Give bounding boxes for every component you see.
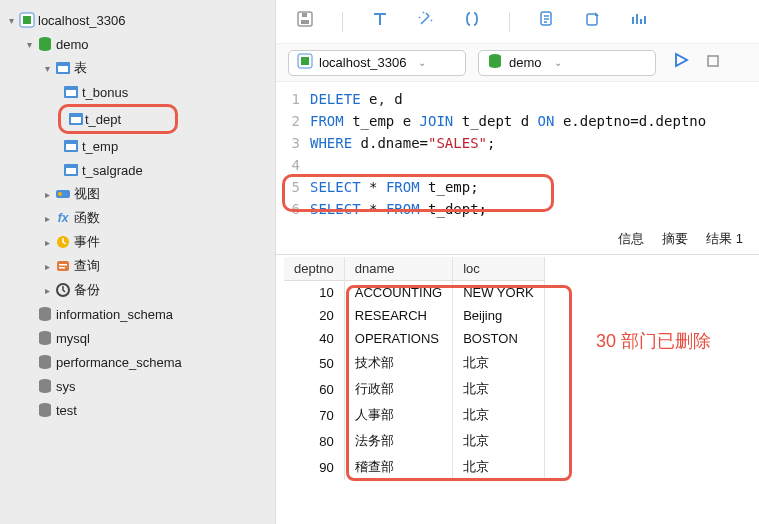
- functions-folder[interactable]: ▸ fx 函数: [0, 206, 275, 230]
- table-cell[interactable]: 北京: [453, 350, 545, 376]
- run-button[interactable]: [672, 51, 690, 74]
- table-cell[interactable]: 20: [284, 304, 344, 327]
- database-node[interactable]: mysql: [0, 326, 275, 350]
- svg-rect-47: [708, 56, 718, 66]
- beautify-icon[interactable]: [417, 10, 435, 33]
- code-line[interactable]: 5SELECT * FROM t_emp;: [276, 176, 759, 198]
- table-cell[interactable]: 40: [284, 327, 344, 350]
- table-row[interactable]: 70人事部北京: [284, 402, 544, 428]
- table-cell[interactable]: 60: [284, 376, 344, 402]
- table-cell[interactable]: 北京: [453, 376, 545, 402]
- table-row[interactable]: 20RESEARCHBeijing: [284, 304, 544, 327]
- code-text: SELECT * FROM t_emp;: [310, 176, 479, 198]
- line-number: 6: [276, 198, 310, 220]
- svg-rect-18: [57, 261, 69, 271]
- svg-point-27: [39, 340, 51, 345]
- text-tool-icon[interactable]: [371, 10, 389, 33]
- tab-info[interactable]: 信息: [618, 230, 644, 248]
- stop-button[interactable]: [706, 52, 720, 73]
- chevron-down-icon: ⌄: [554, 57, 562, 68]
- svg-rect-43: [301, 57, 309, 65]
- chevron-right-icon: ▸: [40, 213, 54, 224]
- database-node[interactable]: test: [0, 398, 275, 422]
- code-text: DELETE e, d: [310, 88, 403, 110]
- table-cell[interactable]: 法务部: [344, 428, 452, 454]
- queries-folder[interactable]: ▸ 查询: [0, 254, 275, 278]
- tables-label: 表: [74, 59, 87, 77]
- export-icon[interactable]: [584, 10, 602, 33]
- column-header[interactable]: deptno: [284, 257, 344, 281]
- table-cell[interactable]: 80: [284, 428, 344, 454]
- table-cell[interactable]: 稽查部: [344, 454, 452, 480]
- database-node[interactable]: information_schema: [0, 302, 275, 326]
- table-item[interactable]: t_emp: [0, 134, 275, 158]
- code-line[interactable]: 4: [276, 154, 759, 176]
- line-number: 1: [276, 88, 310, 110]
- table-cell[interactable]: OPERATIONS: [344, 327, 452, 350]
- snippet-icon[interactable]: [538, 10, 556, 33]
- column-header[interactable]: loc: [453, 257, 545, 281]
- code-line[interactable]: 2FROM t_emp e JOIN t_dept d ON e.deptno=…: [276, 110, 759, 132]
- code-text: WHERE d.dname="SALES";: [310, 132, 495, 154]
- database-node[interactable]: sys: [0, 374, 275, 398]
- table-cell[interactable]: 10: [284, 281, 344, 305]
- table-item[interactable]: t_salgrade: [0, 158, 275, 182]
- views-icon: [54, 186, 72, 202]
- results-table[interactable]: deptnodnameloc10ACCOUNTINGNEW YORK20RESE…: [284, 257, 545, 480]
- database-node[interactable]: performance_schema: [0, 350, 275, 374]
- sql-editor[interactable]: 1DELETE e, d2FROM t_emp e JOIN t_dept d …: [276, 82, 759, 220]
- database-label: performance_schema: [56, 355, 182, 370]
- brackets-icon[interactable]: [463, 10, 481, 33]
- tab-result[interactable]: 结果 1: [706, 230, 743, 248]
- code-line[interactable]: 1DELETE e, d: [276, 88, 759, 110]
- views-folder[interactable]: ▸ 视图: [0, 182, 275, 206]
- chevron-right-icon: ▸: [40, 189, 54, 200]
- column-header[interactable]: dname: [344, 257, 452, 281]
- views-label: 视图: [74, 185, 100, 203]
- database-node[interactable]: ▾ demo: [0, 32, 275, 56]
- events-folder[interactable]: ▸ 事件: [0, 230, 275, 254]
- table-row[interactable]: 10ACCOUNTINGNEW YORK: [284, 281, 544, 305]
- database-label: test: [56, 403, 77, 418]
- save-icon[interactable]: [296, 10, 314, 33]
- table-cell[interactable]: 技术部: [344, 350, 452, 376]
- events-label: 事件: [74, 233, 100, 251]
- table-row[interactable]: 60行政部北京: [284, 376, 544, 402]
- tab-summary[interactable]: 摘要: [662, 230, 688, 248]
- results-panel: deptnodnameloc10ACCOUNTINGNEW YORK20RESE…: [276, 254, 759, 524]
- table-cell[interactable]: 北京: [453, 402, 545, 428]
- svg-point-16: [58, 192, 62, 196]
- table-row[interactable]: 90稽查部北京: [284, 454, 544, 480]
- table-row[interactable]: 50技术部北京: [284, 350, 544, 376]
- table-cell[interactable]: BOSTON: [453, 327, 545, 350]
- code-line[interactable]: 6SELECT * FROM t_dept;: [276, 198, 759, 220]
- table-item-selected[interactable]: t_dept: [58, 104, 178, 134]
- table-row[interactable]: 40OPERATIONSBOSTON: [284, 327, 544, 350]
- table-row[interactable]: 80法务部北京: [284, 428, 544, 454]
- table-cell[interactable]: ACCOUNTING: [344, 281, 452, 305]
- table-cell[interactable]: Beijing: [453, 304, 545, 327]
- connection-icon: [18, 12, 36, 28]
- table-cell[interactable]: 人事部: [344, 402, 452, 428]
- table-cell[interactable]: 北京: [453, 454, 545, 480]
- table-cell[interactable]: 北京: [453, 428, 545, 454]
- tables-folder[interactable]: ▾ 表: [0, 56, 275, 80]
- backup-folder[interactable]: ▸ 备份: [0, 278, 275, 302]
- table-cell[interactable]: 50: [284, 350, 344, 376]
- line-number: 5: [276, 176, 310, 198]
- chart-icon[interactable]: [630, 10, 648, 33]
- connection-node[interactable]: ▾ localhost_3306: [0, 8, 275, 32]
- table-cell[interactable]: 70: [284, 402, 344, 428]
- table-cell[interactable]: 行政部: [344, 376, 452, 402]
- connection-select-value: localhost_3306: [319, 55, 406, 70]
- database-select[interactable]: demo ⌄: [478, 50, 656, 76]
- table-cell[interactable]: NEW YORK: [453, 281, 545, 305]
- database-label: mysql: [56, 331, 90, 346]
- svg-point-46: [489, 63, 501, 68]
- connection-select[interactable]: localhost_3306 ⌄: [288, 50, 466, 76]
- code-line[interactable]: 3WHERE d.dname="SALES";: [276, 132, 759, 154]
- table-cell[interactable]: RESEARCH: [344, 304, 452, 327]
- table-item[interactable]: t_bonus: [0, 80, 275, 104]
- table-cell[interactable]: 90: [284, 454, 344, 480]
- code-text: FROM t_emp e JOIN t_dept d ON e.deptno=d…: [310, 110, 706, 132]
